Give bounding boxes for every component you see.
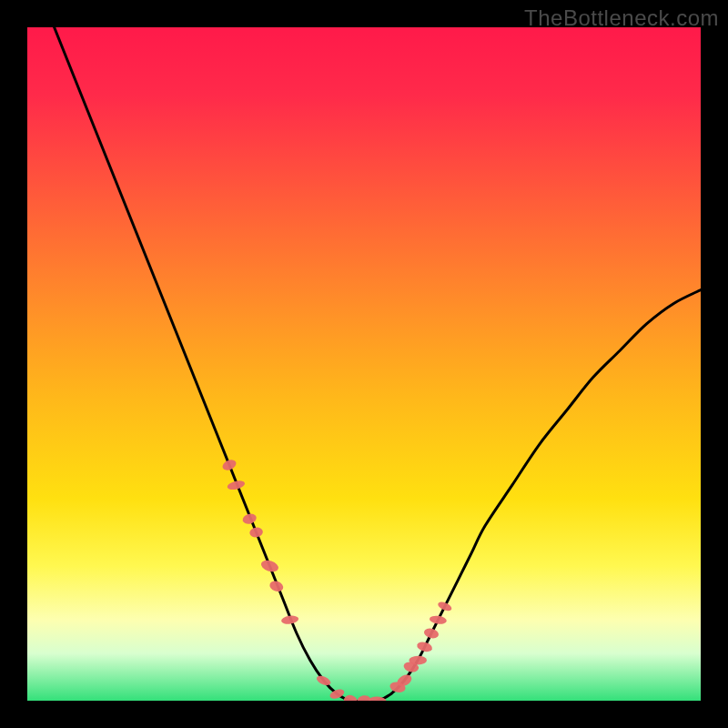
marker-point: [416, 641, 433, 653]
marker-point: [423, 627, 440, 640]
marker-point: [342, 693, 359, 701]
marker-group: [221, 458, 453, 701]
marker-point: [280, 614, 298, 625]
chart-frame: TheBottleneck.com: [0, 0, 728, 728]
bottleneck-curve: [55, 27, 701, 701]
marker-point: [268, 579, 285, 593]
marker-point: [241, 512, 258, 526]
marker-point: [409, 656, 427, 665]
marker-point: [315, 674, 331, 688]
plot-area: [27, 27, 701, 701]
marker-point: [249, 527, 264, 539]
chart-svg: [27, 27, 701, 701]
marker-point: [221, 458, 238, 472]
marker-point: [437, 601, 453, 613]
marker-point: [429, 615, 447, 625]
marker-point: [259, 559, 279, 574]
marker-point: [369, 696, 387, 701]
